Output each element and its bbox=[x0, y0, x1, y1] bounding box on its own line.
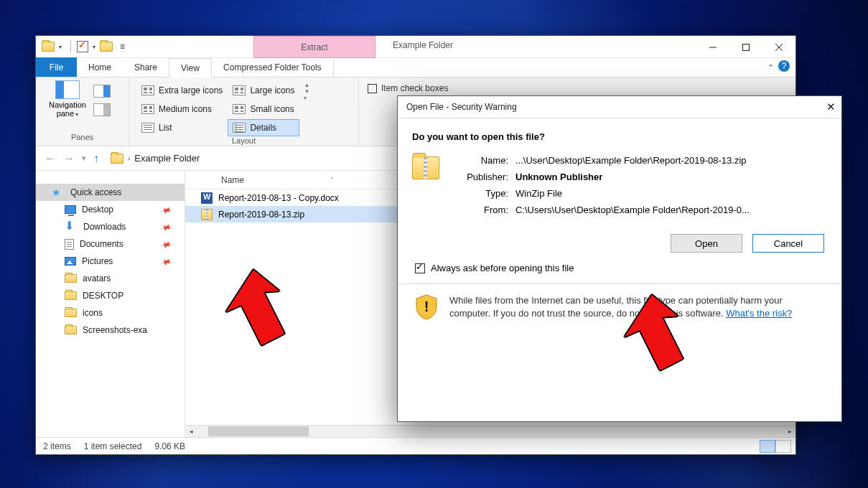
group-label-panes: Panes bbox=[36, 133, 129, 146]
documents-icon bbox=[65, 239, 74, 250]
tab-share[interactable]: Share bbox=[123, 57, 169, 77]
window-title: Example Folder bbox=[393, 40, 453, 50]
always-ask-checkbox[interactable]: Always ask before opening this file bbox=[415, 263, 827, 273]
up-button[interactable]: ↑ bbox=[93, 152, 99, 165]
ribbon-tabs: File Home Share View Compressed Folder T… bbox=[36, 58, 795, 78]
checkbox-icon bbox=[415, 263, 425, 273]
address-bar[interactable]: › Example Folder bbox=[106, 150, 204, 167]
new-folder-icon[interactable] bbox=[100, 42, 113, 52]
details-icon bbox=[233, 123, 246, 133]
contextual-tab-extract[interactable]: Extract bbox=[253, 36, 375, 58]
scroll-left-icon[interactable]: ◂ bbox=[185, 428, 197, 435]
quick-access-toolbar: Extract ▾ ▾ ≡ Example Folder bbox=[36, 36, 795, 58]
back-button[interactable]: ← bbox=[45, 152, 56, 165]
customize-qat-icon[interactable]: ≡ bbox=[120, 42, 125, 52]
grid-icon bbox=[141, 104, 154, 114]
navigation-pane-icon bbox=[55, 80, 80, 99]
tree-documents[interactable]: Documents📌 bbox=[36, 235, 185, 253]
grid-icon bbox=[141, 85, 154, 95]
grid-icon bbox=[233, 104, 246, 114]
checkbox-label: Always ask before opening this file bbox=[431, 263, 574, 273]
grid-icon bbox=[233, 85, 246, 95]
layout-list[interactable]: List bbox=[136, 119, 228, 136]
forward-button[interactable]: → bbox=[63, 152, 75, 165]
tree-icons[interactable]: icons bbox=[36, 304, 185, 322]
tab-compressed-tools[interactable]: Compressed Folder Tools bbox=[212, 57, 334, 77]
tree-desktop2[interactable]: DESKTOP bbox=[36, 287, 185, 304]
details-icon bbox=[762, 443, 773, 451]
dialog-question: Do you want to open this file? bbox=[412, 131, 827, 142]
pin-icon: 📌 bbox=[160, 205, 172, 216]
navigation-pane-button[interactable]: Navigation pane bbox=[42, 80, 93, 119]
close-button[interactable] bbox=[762, 36, 795, 58]
layout-large[interactable]: Large icons bbox=[228, 82, 299, 99]
tab-file[interactable]: File bbox=[36, 57, 77, 77]
warning-text: While files from the Internet can be use… bbox=[449, 294, 824, 320]
horizontal-scrollbar[interactable]: ◂ ▸ bbox=[185, 425, 795, 437]
folder-icon bbox=[111, 154, 123, 164]
view-thumbnails-toggle[interactable] bbox=[775, 440, 791, 453]
layout-medium[interactable]: Medium icons bbox=[136, 100, 228, 118]
breadcrumb-current[interactable]: Example Folder bbox=[134, 153, 200, 164]
tree-screenshots[interactable]: Screenshots-exa bbox=[36, 322, 185, 339]
grid-icon bbox=[778, 443, 788, 451]
folder-icon bbox=[42, 42, 55, 52]
help-icon[interactable]: ? bbox=[778, 60, 790, 72]
scroll-right-icon[interactable]: ▸ bbox=[784, 428, 795, 435]
download-icon: ⬇ bbox=[65, 222, 78, 232]
details-pane-button[interactable] bbox=[93, 103, 111, 116]
pictures-icon bbox=[65, 257, 76, 266]
pin-icon: 📌 bbox=[160, 222, 172, 233]
cancel-button[interactable]: Cancel bbox=[752, 234, 824, 253]
chevron-down-icon[interactable]: ▾ bbox=[59, 44, 62, 50]
shield-warning-icon: ! bbox=[415, 294, 438, 320]
preview-pane-button[interactable] bbox=[93, 85, 111, 98]
value-publisher: Unknown Publisher bbox=[515, 172, 750, 182]
layout-details[interactable]: Details bbox=[228, 119, 299, 136]
tree-downloads[interactable]: ⬇Downloads📌 bbox=[36, 218, 185, 235]
file-name: Report-2019-08-13.zip bbox=[218, 210, 304, 220]
history-dropdown[interactable]: ▾ bbox=[82, 154, 86, 163]
folder-icon bbox=[65, 326, 77, 334]
list-icon bbox=[141, 123, 154, 133]
folder-icon bbox=[65, 274, 77, 283]
layout-extra-large[interactable]: Extra large icons bbox=[136, 82, 228, 99]
properties-icon[interactable] bbox=[77, 41, 88, 52]
label-publisher: Publisher: bbox=[454, 172, 515, 182]
open-button[interactable]: Open bbox=[671, 234, 742, 253]
layout-scroll[interactable]: ▲▼▾ bbox=[304, 82, 309, 101]
folder-icon bbox=[65, 309, 77, 317]
separator bbox=[70, 40, 71, 53]
layout-small[interactable]: Small icons bbox=[228, 100, 299, 118]
tree-pictures[interactable]: Pictures📌 bbox=[36, 253, 185, 270]
item-check-boxes-option[interactable]: Item check boxes bbox=[368, 83, 448, 93]
tree-desktop[interactable]: Desktop📌 bbox=[36, 201, 185, 218]
chevron-down-icon[interactable]: ▾ bbox=[93, 44, 95, 50]
collapse-ribbon-icon[interactable]: ⌃ bbox=[767, 63, 774, 72]
star-icon: ★ bbox=[52, 187, 65, 197]
zip-file-icon bbox=[201, 209, 213, 220]
view-details-toggle[interactable] bbox=[760, 440, 775, 453]
tab-view[interactable]: View bbox=[169, 58, 212, 78]
navigation-tree: ★Quick access Desktop📌 ⬇Downloads📌 Docum… bbox=[36, 171, 185, 437]
maximize-button[interactable] bbox=[729, 36, 762, 58]
close-icon[interactable]: ✕ bbox=[826, 100, 836, 113]
tree-avatars[interactable]: avatars bbox=[36, 270, 185, 287]
value-from: C:\Users\User\Desktop\Example Folder\Rep… bbox=[515, 205, 750, 215]
file-name: Report-2019-08-13 - Copy.docx bbox=[218, 193, 339, 203]
whats-the-risk-link[interactable]: What's the risk? bbox=[726, 308, 792, 319]
status-item-count: 2 items bbox=[43, 441, 71, 451]
tree-quick-access[interactable]: ★Quick access bbox=[36, 184, 185, 201]
group-label-layout: Layout bbox=[129, 136, 358, 146]
dialog-title: Open File - Security Warning bbox=[398, 96, 841, 118]
tab-home[interactable]: Home bbox=[77, 57, 123, 77]
svg-rect-1 bbox=[743, 44, 750, 50]
scrollbar-thumb[interactable] bbox=[208, 426, 309, 436]
file-info-table: Name: ...\User\Desktop\Example Folder\Re… bbox=[454, 155, 750, 215]
minimize-button[interactable] bbox=[696, 36, 729, 58]
chevron-right-icon: › bbox=[128, 154, 130, 162]
value-name: ...\User\Desktop\Example Folder\Report-2… bbox=[515, 155, 750, 166]
desktop-icon bbox=[65, 205, 76, 214]
zip-file-icon bbox=[412, 156, 439, 179]
security-warning-dialog: Open File - Security Warning ✕ Do you wa… bbox=[397, 95, 842, 422]
